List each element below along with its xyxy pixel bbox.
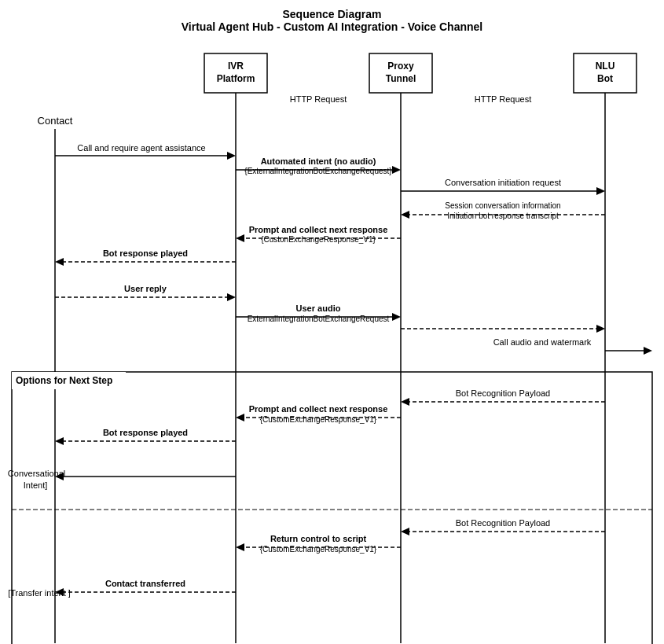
title-line1: Sequence Diagram	[8, 8, 656, 20]
svg-text:Bot: Bot	[597, 73, 613, 84]
svg-text:Conversation initiation reques: Conversation initiation request	[445, 178, 561, 187]
sequence-diagram: IVR Platform Proxy Tunnel NLU Bot HTTP R…	[8, 46, 656, 644]
svg-marker-17	[227, 152, 236, 160]
svg-text:{CustonExchangeResponse_V1}: {CustonExchangeResponse_V1}	[261, 235, 376, 244]
svg-marker-20	[392, 166, 401, 174]
svg-marker-24	[596, 187, 605, 195]
svg-text:{CustomExchangeResponse_V1}: {CustomExchangeResponse_V1}	[260, 545, 377, 554]
svg-marker-35	[55, 258, 64, 266]
svg-text:ExternalIntegrationBotExchange: ExternalIntegrationBotExchangeRequest	[248, 315, 390, 323]
svg-text:Bot response played: Bot response played	[103, 248, 188, 258]
svg-text:Session conversation informati: Session conversation information	[445, 201, 560, 210]
svg-text:Bot response played: Bot response played	[103, 428, 188, 437]
svg-marker-41	[392, 313, 401, 321]
svg-text:Return control to script: Return control to script	[270, 534, 367, 543]
svg-text:Intent]: Intent]	[24, 480, 48, 490]
svg-marker-45	[596, 325, 605, 333]
svg-marker-38	[227, 293, 236, 301]
svg-text:Platform: Platform	[217, 73, 255, 84]
svg-text:NLU: NLU	[596, 61, 615, 72]
diagram-container: Sequence Diagram Virtual Agent Hub - Cus…	[0, 0, 664, 644]
svg-marker-56	[236, 414, 244, 421]
svg-text:IVR: IVR	[228, 61, 244, 72]
svg-text:Bot Recognition Payload: Bot Recognition Payload	[456, 518, 550, 528]
svg-text:Options for Next Step: Options for Next Step	[16, 375, 112, 386]
svg-text:{ExternalIntegrationBotExchang: {ExternalIntegrationBotExchangeRequest}	[244, 167, 392, 175]
svg-text:Contact transferred: Contact transferred	[105, 579, 185, 588]
title-line2: Virtual Agent Hub - Custom AI Integratio…	[8, 20, 656, 33]
svg-marker-60	[55, 437, 64, 445]
svg-text:{CustomExchangeResponse_V1}: {CustomExchangeResponse_V1}	[260, 415, 377, 424]
svg-text:Prompt and collect next respon: Prompt and collect next response	[249, 225, 388, 234]
svg-text:Initiation bot response transc: Initiation bot response transcript	[447, 212, 559, 220]
svg-marker-53	[401, 398, 409, 406]
svg-text:Automated intent (no audio): Automated intent (no audio)	[261, 156, 376, 166]
svg-marker-68	[401, 528, 409, 535]
svg-text:User audio: User audio	[296, 304, 341, 313]
svg-text:Proxy: Proxy	[387, 61, 414, 72]
svg-text:Contact: Contact	[38, 115, 73, 127]
svg-text:Call and require agent assista: Call and require agent assistance	[77, 143, 205, 153]
svg-marker-71	[236, 543, 244, 551]
svg-text:Call audio and watermark: Call audio and watermark	[493, 337, 592, 347]
svg-text:Prompt and collect next respon: Prompt and collect next response	[249, 404, 388, 414]
svg-text:HTTP Request: HTTP Request	[475, 94, 532, 104]
svg-text:Bot Recognition Payload: Bot Recognition Payload	[456, 388, 550, 398]
svg-text:Tunnel: Tunnel	[386, 73, 416, 84]
svg-marker-27	[401, 211, 409, 219]
title-block: Sequence Diagram Virtual Agent Hub - Cus…	[8, 8, 656, 33]
svg-text:HTTP Request: HTTP Request	[290, 94, 347, 104]
svg-marker-47	[644, 347, 652, 355]
svg-marker-31	[236, 234, 244, 242]
svg-text:User reply: User reply	[124, 284, 167, 293]
